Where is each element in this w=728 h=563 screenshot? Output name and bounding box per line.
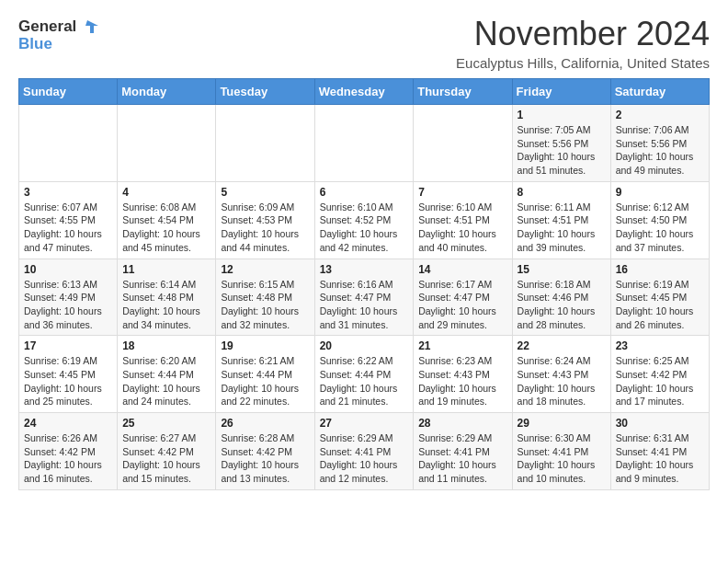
subtitle: Eucalyptus Hills, California, United Sta… — [456, 55, 710, 71]
day-number: 30 — [616, 417, 704, 430]
day-info: Sunrise: 6:23 AM Sunset: 4:43 PM Dayligh… — [418, 354, 506, 408]
day-number: 12 — [221, 263, 309, 276]
title-area: November 2024 Eucalyptus Hills, Californ… — [456, 15, 710, 71]
week-row-4: 17Sunrise: 6:19 AM Sunset: 4:45 PM Dayli… — [19, 336, 710, 413]
logo-blue: Blue — [18, 36, 98, 53]
calendar-cell: 6Sunrise: 6:10 AM Sunset: 4:52 PM Daylig… — [314, 181, 414, 259]
day-info: Sunrise: 6:29 AM Sunset: 4:41 PM Dayligh… — [418, 431, 506, 486]
day-number: 9 — [616, 186, 704, 199]
calendar-cell: 11Sunrise: 6:14 AM Sunset: 4:48 PM Dayli… — [118, 259, 216, 336]
day-info: Sunrise: 6:10 AM Sunset: 4:51 PM Dayligh… — [418, 201, 506, 255]
day-number: 23 — [616, 339, 704, 352]
day-info: Sunrise: 6:21 AM Sunset: 4:44 PM Dayligh… — [221, 354, 309, 408]
day-number: 25 — [122, 417, 210, 430]
calendar-cell: 30Sunrise: 6:31 AM Sunset: 4:41 PM Dayli… — [610, 413, 709, 490]
day-info: Sunrise: 6:15 AM Sunset: 4:48 PM Dayligh… — [221, 278, 309, 332]
day-number: 27 — [320, 417, 409, 430]
day-number: 28 — [418, 417, 506, 430]
day-number: 22 — [518, 339, 606, 352]
day-info: Sunrise: 6:07 AM Sunset: 4:55 PM Dayligh… — [24, 201, 112, 255]
calendar-cell: 25Sunrise: 6:27 AM Sunset: 4:42 PM Dayli… — [118, 413, 216, 490]
calendar-cell: 28Sunrise: 6:29 AM Sunset: 4:41 PM Dayli… — [414, 413, 512, 490]
day-info: Sunrise: 7:05 AM Sunset: 5:56 PM Dayligh… — [518, 123, 606, 178]
day-number: 21 — [418, 339, 506, 352]
logo: General Blue — [18, 18, 98, 52]
day-info: Sunrise: 7:06 AM Sunset: 5:56 PM Dayligh… — [616, 123, 704, 178]
day-number: 4 — [122, 186, 210, 199]
calendar-cell: 22Sunrise: 6:24 AM Sunset: 4:43 PM Dayli… — [512, 336, 610, 413]
day-number: 5 — [221, 186, 309, 199]
calendar-cell: 18Sunrise: 6:20 AM Sunset: 4:44 PM Dayli… — [118, 336, 216, 413]
calendar-cell: 1Sunrise: 7:05 AM Sunset: 5:56 PM Daylig… — [512, 105, 610, 182]
calendar-cell: 8Sunrise: 6:11 AM Sunset: 4:51 PM Daylig… — [512, 181, 610, 259]
day-info: Sunrise: 6:11 AM Sunset: 4:51 PM Dayligh… — [518, 201, 606, 255]
day-number: 11 — [122, 263, 210, 276]
calendar-cell: 16Sunrise: 6:19 AM Sunset: 4:45 PM Dayli… — [610, 259, 709, 336]
calendar-cell: 15Sunrise: 6:18 AM Sunset: 4:46 PM Dayli… — [512, 259, 610, 336]
week-row-3: 10Sunrise: 6:13 AM Sunset: 4:49 PM Dayli… — [19, 259, 710, 336]
day-number: 26 — [221, 417, 309, 430]
month-title: November 2024 — [456, 15, 710, 53]
col-header-saturday: Saturday — [610, 79, 709, 105]
calendar-cell: 10Sunrise: 6:13 AM Sunset: 4:49 PM Dayli… — [19, 259, 118, 336]
week-row-2: 3Sunrise: 6:07 AM Sunset: 4:55 PM Daylig… — [19, 181, 710, 259]
day-info: Sunrise: 6:19 AM Sunset: 4:45 PM Dayligh… — [24, 354, 112, 408]
day-info: Sunrise: 6:16 AM Sunset: 4:47 PM Dayligh… — [320, 278, 409, 332]
calendar-cell: 20Sunrise: 6:22 AM Sunset: 4:44 PM Dayli… — [314, 336, 414, 413]
day-number: 3 — [24, 186, 112, 199]
logo-general: General — [18, 18, 76, 36]
calendar-header-row: SundayMondayTuesdayWednesdayThursdayFrid… — [19, 79, 710, 105]
calendar-cell: 19Sunrise: 6:21 AM Sunset: 4:44 PM Dayli… — [216, 336, 314, 413]
day-info: Sunrise: 6:13 AM Sunset: 4:49 PM Dayligh… — [24, 278, 112, 332]
week-row-1: 1Sunrise: 7:05 AM Sunset: 5:56 PM Daylig… — [19, 105, 710, 182]
calendar-cell: 26Sunrise: 6:28 AM Sunset: 4:42 PM Dayli… — [216, 413, 314, 490]
svg-marker-0 — [85, 20, 98, 33]
calendar-cell: 27Sunrise: 6:29 AM Sunset: 4:41 PM Dayli… — [314, 413, 414, 490]
day-info: Sunrise: 6:30 AM Sunset: 4:41 PM Dayligh… — [518, 431, 606, 486]
day-number: 29 — [518, 417, 606, 430]
day-info: Sunrise: 6:12 AM Sunset: 4:50 PM Dayligh… — [616, 201, 704, 255]
col-header-wednesday: Wednesday — [314, 79, 414, 105]
calendar-cell: 5Sunrise: 6:09 AM Sunset: 4:53 PM Daylig… — [216, 181, 314, 259]
day-info: Sunrise: 6:18 AM Sunset: 4:46 PM Dayligh… — [518, 278, 606, 332]
calendar-cell: 7Sunrise: 6:10 AM Sunset: 4:51 PM Daylig… — [414, 181, 512, 259]
day-number: 7 — [418, 186, 506, 199]
calendar-cell — [314, 105, 414, 182]
day-info: Sunrise: 6:27 AM Sunset: 4:42 PM Dayligh… — [122, 431, 210, 486]
day-number: 19 — [221, 339, 309, 352]
day-info: Sunrise: 6:26 AM Sunset: 4:42 PM Dayligh… — [24, 431, 112, 486]
col-header-tuesday: Tuesday — [216, 79, 314, 105]
calendar-cell: 29Sunrise: 6:30 AM Sunset: 4:41 PM Dayli… — [512, 413, 610, 490]
day-info: Sunrise: 6:09 AM Sunset: 4:53 PM Dayligh… — [221, 201, 309, 255]
day-number: 2 — [616, 109, 704, 121]
calendar-cell: 9Sunrise: 6:12 AM Sunset: 4:50 PM Daylig… — [610, 181, 709, 259]
day-info: Sunrise: 6:29 AM Sunset: 4:41 PM Dayligh… — [320, 431, 409, 486]
calendar-table: SundayMondayTuesdayWednesdayThursdayFrid… — [18, 78, 710, 490]
week-row-5: 24Sunrise: 6:26 AM Sunset: 4:42 PM Dayli… — [19, 413, 710, 490]
calendar-cell: 4Sunrise: 6:08 AM Sunset: 4:54 PM Daylig… — [118, 181, 216, 259]
day-info: Sunrise: 6:28 AM Sunset: 4:42 PM Dayligh… — [221, 431, 309, 486]
calendar-cell: 21Sunrise: 6:23 AM Sunset: 4:43 PM Dayli… — [414, 336, 512, 413]
calendar-cell: 13Sunrise: 6:16 AM Sunset: 4:47 PM Dayli… — [314, 259, 414, 336]
day-number: 15 — [518, 263, 606, 276]
col-header-sunday: Sunday — [19, 79, 118, 105]
day-info: Sunrise: 6:14 AM Sunset: 4:48 PM Dayligh… — [122, 278, 210, 332]
day-info: Sunrise: 6:08 AM Sunset: 4:54 PM Dayligh… — [122, 201, 210, 255]
day-number: 8 — [518, 186, 606, 199]
calendar-cell: 23Sunrise: 6:25 AM Sunset: 4:42 PM Dayli… — [610, 336, 709, 413]
day-number: 16 — [616, 263, 704, 276]
day-number: 1 — [518, 109, 606, 121]
day-info: Sunrise: 6:10 AM Sunset: 4:52 PM Dayligh… — [320, 201, 409, 255]
calendar-cell: 17Sunrise: 6:19 AM Sunset: 4:45 PM Dayli… — [19, 336, 118, 413]
calendar-cell — [414, 105, 512, 182]
calendar-cell: 14Sunrise: 6:17 AM Sunset: 4:47 PM Dayli… — [414, 259, 512, 336]
day-number: 24 — [24, 417, 112, 430]
calendar-cell — [19, 105, 118, 182]
day-number: 17 — [24, 339, 112, 352]
day-info: Sunrise: 6:22 AM Sunset: 4:44 PM Dayligh… — [320, 354, 409, 408]
logo-bird-icon — [78, 18, 98, 35]
day-info: Sunrise: 6:19 AM Sunset: 4:45 PM Dayligh… — [616, 278, 704, 332]
day-number: 18 — [122, 339, 210, 352]
day-info: Sunrise: 6:24 AM Sunset: 4:43 PM Dayligh… — [518, 354, 606, 408]
day-info: Sunrise: 6:25 AM Sunset: 4:42 PM Dayligh… — [616, 354, 704, 408]
